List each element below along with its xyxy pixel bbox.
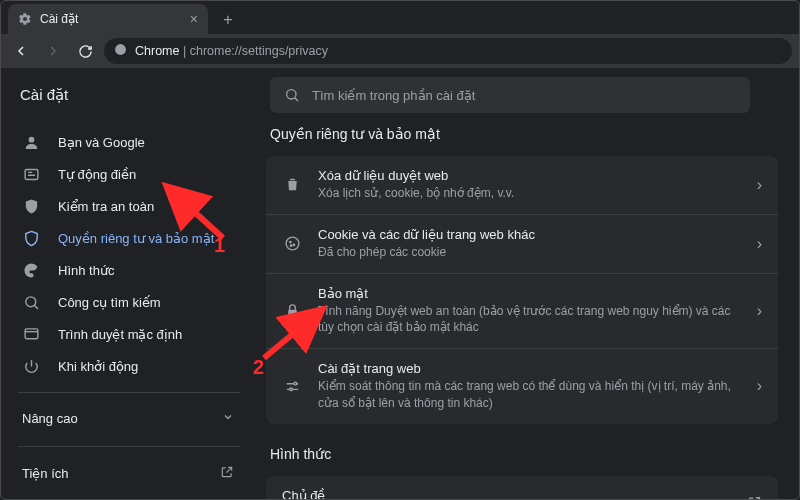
sidebar-advanced[interactable]: Nâng cao <box>0 401 258 436</box>
browser-icon <box>22 325 40 343</box>
sidebar-item-label: Kiểm tra an toàn <box>58 199 154 214</box>
sidebar-item-label: Tự động điền <box>58 167 136 182</box>
svg-rect-10 <box>288 310 297 316</box>
trash-icon <box>282 175 302 195</box>
search-icon <box>22 293 40 311</box>
new-tab-button[interactable]: + <box>214 6 242 34</box>
row-theme[interactable]: Chủ đề Mở cửa hàng Chrome trực tuyến <box>266 476 778 500</box>
sidebar-item-appearance[interactable]: Hình thức <box>0 254 244 286</box>
row-subtitle: Kiểm soát thông tin mà các trang web có … <box>318 378 741 412</box>
settings-search[interactable]: Tìm kiếm trong phần cài đặt <box>270 77 750 113</box>
external-link-icon <box>220 465 234 482</box>
url-prefix: chrome:// <box>190 44 242 58</box>
row-subtitle: Xóa lịch sử, cookie, bộ nhớ đệm, v.v. <box>318 185 741 202</box>
settings-content: Quyền riêng tư và bảo mật Xóa dữ liệu du… <box>258 122 800 500</box>
row-title: Chủ đề <box>282 488 731 500</box>
sidebar-extensions-label: Tiện ích <box>22 466 69 481</box>
row-clear-browsing-data[interactable]: Xóa dữ liệu duyệt web Xóa lịch sử, cooki… <box>266 156 778 214</box>
sidebar-item-on-startup[interactable]: Khi khởi động <box>0 350 244 382</box>
browser-tab[interactable]: Cài đặt × <box>8 4 208 34</box>
shield-check-icon <box>22 197 40 215</box>
row-security[interactable]: Bảo mật Tính năng Duyệt web an toàn (bảo… <box>266 273 778 349</box>
url-secure-label: Chrome <box>135 44 179 58</box>
search-icon <box>284 87 300 103</box>
url-path: settings/privacy <box>242 44 328 58</box>
sidebar-item-search-engine[interactable]: Công cụ tìm kiếm <box>0 286 244 318</box>
external-link-icon <box>747 495 762 500</box>
svg-point-12 <box>289 388 292 391</box>
shield-icon <box>22 229 40 247</box>
settings-header: Cài đặt Tìm kiếm trong phần cài đặt <box>0 68 800 122</box>
sidebar-item-label: Khi khởi động <box>58 359 138 374</box>
sidebar-item-label: Bạn và Google <box>58 135 145 150</box>
chevron-right-icon: › <box>757 377 762 395</box>
person-icon <box>22 133 40 151</box>
browser-toolbar: Chrome | chrome://settings/privacy <box>0 34 800 68</box>
svg-rect-5 <box>25 328 38 338</box>
sidebar-advanced-label: Nâng cao <box>22 411 78 426</box>
privacy-card-group: Xóa dữ liệu duyệt web Xóa lịch sử, cooki… <box>266 156 778 424</box>
divider <box>18 446 240 447</box>
search-placeholder: Tìm kiếm trong phần cài đặt <box>312 88 475 103</box>
sliders-icon <box>282 376 302 396</box>
sidebar-item-label: Trình duyệt mặc định <box>58 327 182 342</box>
appearance-card-group: Chủ đề Mở cửa hàng Chrome trực tuyến Hiể… <box>266 476 778 500</box>
close-icon[interactable]: × <box>190 11 198 27</box>
lock-icon <box>282 301 302 321</box>
svg-point-1 <box>287 90 296 99</box>
chevron-right-icon: › <box>757 235 762 253</box>
row-site-settings[interactable]: Cài đặt trang web Kiểm soát thông tin mà… <box>266 348 778 424</box>
row-subtitle: Tính năng Duyệt web an toàn (bảo vệ trướ… <box>318 303 741 337</box>
chrome-icon <box>114 43 127 59</box>
sidebar-about-chrome[interactable]: Giới thiệu về Chrome <box>0 492 258 500</box>
row-cookies[interactable]: Cookie và các dữ liệu trang web khác Đã … <box>266 214 778 273</box>
svg-point-11 <box>293 382 296 385</box>
row-title: Bảo mật <box>318 286 741 301</box>
row-title: Cài đặt trang web <box>318 361 741 376</box>
sidebar-item-label: Quyền riêng tư và bảo mật <box>58 231 214 246</box>
svg-point-6 <box>286 237 299 250</box>
svg-point-7 <box>289 242 290 243</box>
tab-strip: Cài đặt × + <box>0 0 800 34</box>
divider <box>18 392 240 393</box>
sidebar-item-you-and-google[interactable]: Bạn và Google <box>0 126 244 158</box>
chevron-down-icon <box>222 411 234 426</box>
sidebar-item-label: Hình thức <box>58 263 114 278</box>
section-title-appearance: Hình thức <box>270 446 778 462</box>
gear-icon <box>18 12 32 26</box>
chevron-right-icon: › <box>757 176 762 194</box>
sidebar-item-autofill[interactable]: Tự động điền <box>0 158 244 190</box>
back-button[interactable] <box>8 38 34 64</box>
sidebar-extensions[interactable]: Tiện ích <box>0 455 258 492</box>
forward-button[interactable] <box>40 38 66 64</box>
section-title-privacy: Quyền riêng tư và bảo mật <box>270 126 778 142</box>
row-subtitle: Đã cho phép các cookie <box>318 244 741 261</box>
sidebar-item-label: Công cụ tìm kiếm <box>58 295 161 310</box>
chevron-right-icon: › <box>757 302 762 320</box>
svg-point-8 <box>293 244 294 245</box>
reload-button[interactable] <box>72 38 98 64</box>
sidebar-item-safety-check[interactable]: Kiểm tra an toàn <box>0 190 244 222</box>
power-icon <box>22 357 40 375</box>
svg-point-9 <box>290 245 291 246</box>
svg-point-4 <box>25 296 35 306</box>
settings-sidebar: Bạn và Google Tự động điền Kiểm tra an t… <box>0 122 258 500</box>
svg-point-2 <box>28 136 34 142</box>
svg-point-0 <box>115 44 126 55</box>
palette-icon <box>22 261 40 279</box>
address-bar[interactable]: Chrome | chrome://settings/privacy <box>104 38 792 64</box>
autofill-icon <box>22 165 40 183</box>
row-title: Cookie và các dữ liệu trang web khác <box>318 227 741 242</box>
cookie-icon <box>282 234 302 254</box>
page-title: Cài đặt <box>20 86 250 104</box>
sidebar-item-privacy[interactable]: Quyền riêng tư và bảo mật <box>0 222 244 254</box>
row-title: Xóa dữ liệu duyệt web <box>318 168 741 183</box>
sidebar-item-default-browser[interactable]: Trình duyệt mặc định <box>0 318 244 350</box>
tab-title: Cài đặt <box>40 12 78 26</box>
